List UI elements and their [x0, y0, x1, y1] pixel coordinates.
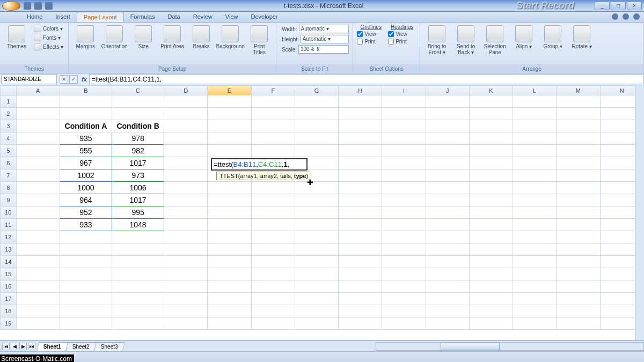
cell-B18[interactable]: [60, 305, 112, 317]
cell-L14[interactable]: [513, 256, 557, 268]
cell-F1[interactable]: [251, 95, 295, 108]
cell-J3[interactable]: [426, 120, 469, 132]
spreadsheet-grid[interactable]: ABCDEFGHIJKLMN123Condition ACondition B4…: [0, 85, 644, 330]
cell-J7[interactable]: [426, 169, 469, 182]
cell-D6[interactable]: [164, 157, 208, 169]
cell-M8[interactable]: [557, 182, 600, 194]
cell-J1[interactable]: [426, 95, 469, 108]
cell-B7[interactable]: 1002: [60, 169, 112, 182]
cell-H5[interactable]: [339, 145, 382, 157]
cell-H16[interactable]: [339, 280, 382, 293]
col-header-J[interactable]: J: [426, 86, 469, 95]
cell-D10[interactable]: [164, 206, 208, 219]
worksheet-area[interactable]: ABCDEFGHIJKLMN123Condition ACondition B4…: [0, 85, 644, 340]
cell-F18[interactable]: [251, 305, 295, 317]
col-header-G[interactable]: G: [295, 86, 338, 95]
cell-K14[interactable]: [469, 256, 513, 268]
cell-H4[interactable]: [339, 132, 382, 145]
row-header-14[interactable]: 14: [1, 256, 17, 268]
cell-I18[interactable]: [382, 305, 426, 317]
fx-icon[interactable]: fx: [79, 76, 89, 83]
col-header-F[interactable]: F: [251, 86, 295, 95]
gridlines-view-checkbox[interactable]: View: [356, 31, 385, 38]
col-header-E[interactable]: E: [208, 86, 251, 95]
headings-view-checkbox[interactable]: View: [387, 31, 416, 38]
close-button[interactable]: ×: [627, 2, 642, 10]
cell-K11[interactable]: [469, 219, 513, 231]
row-header-1[interactable]: 1: [1, 95, 17, 108]
cell-K12[interactable]: [469, 231, 513, 243]
cell-D7[interactable]: [164, 169, 208, 182]
cell-L3[interactable]: [513, 120, 557, 132]
cell-D11[interactable]: [164, 219, 208, 231]
cell-G16[interactable]: [295, 280, 338, 293]
cell-D2[interactable]: [164, 108, 208, 120]
gridlines-print-checkbox[interactable]: Print: [356, 38, 385, 45]
margins-button[interactable]: Margins: [72, 24, 99, 50]
tab-review[interactable]: Review: [187, 12, 219, 22]
cell-I12[interactable]: [382, 231, 426, 243]
cell-M9[interactable]: [557, 194, 600, 206]
cell-A5[interactable]: [16, 145, 60, 157]
function-tooltip[interactable]: TTEST(array1, array2, tails, type): [216, 172, 311, 180]
cell-F4[interactable]: [251, 132, 295, 145]
cell-L18[interactable]: [513, 305, 557, 317]
cell-K7[interactable]: [469, 169, 513, 182]
cell-B13[interactable]: [60, 243, 112, 256]
cell-M12[interactable]: [557, 231, 600, 243]
cell-M4[interactable]: [557, 132, 600, 145]
cell-L6[interactable]: [513, 157, 557, 169]
cell-F17[interactable]: [251, 293, 295, 305]
themes-button[interactable]: Themes: [3, 24, 30, 50]
minimize-ribbon-icon[interactable]: [623, 13, 629, 20]
cell-A12[interactable]: [16, 231, 60, 243]
cell-G5[interactable]: [295, 145, 338, 157]
vertical-scrollbar[interactable]: [635, 85, 644, 340]
cell-I5[interactable]: [382, 145, 426, 157]
cell-I17[interactable]: [382, 293, 426, 305]
cell-E12[interactable]: [208, 231, 251, 243]
cell-J18[interactable]: [426, 305, 469, 317]
col-header-B[interactable]: B: [60, 86, 112, 95]
row-header-4[interactable]: 4: [1, 132, 17, 145]
cell-B6[interactable]: 967: [60, 157, 112, 169]
tab-formulas[interactable]: Formulas: [124, 12, 162, 22]
cell-J5[interactable]: [426, 145, 469, 157]
cell-I19[interactable]: [382, 317, 426, 330]
cell-A9[interactable]: [16, 194, 60, 206]
cell-A3[interactable]: [16, 120, 60, 132]
cell-H11[interactable]: [339, 219, 382, 231]
cell-J12[interactable]: [426, 231, 469, 243]
cell-J6[interactable]: [426, 157, 469, 169]
tab-data[interactable]: Data: [161, 12, 186, 22]
cell-A1[interactable]: [16, 95, 60, 108]
cell-M5[interactable]: [557, 145, 600, 157]
tab-insert[interactable]: Insert: [49, 12, 77, 22]
cell-J19[interactable]: [426, 317, 469, 330]
col-header-D[interactable]: D: [164, 86, 208, 95]
rotate-button[interactable]: Rotate ▾: [568, 24, 595, 50]
group-button[interactable]: Group ▾: [539, 24, 566, 50]
cell-B10[interactable]: 952: [60, 206, 112, 219]
fonts-button[interactable]: Fonts ▾: [32, 33, 65, 42]
cell-K9[interactable]: [469, 194, 513, 206]
cell-B12[interactable]: [60, 231, 112, 243]
cell-D17[interactable]: [164, 293, 208, 305]
sheet-nav-prev[interactable]: ◀: [11, 343, 18, 350]
row-header-19[interactable]: 19: [1, 317, 17, 330]
cell-L5[interactable]: [513, 145, 557, 157]
cell-B1[interactable]: [60, 95, 112, 108]
cell-J9[interactable]: [426, 194, 469, 206]
cell-K15[interactable]: [469, 268, 513, 280]
cell-B8[interactable]: 1000: [60, 182, 112, 194]
cell-K16[interactable]: [469, 280, 513, 293]
cancel-formula-icon[interactable]: ✕: [60, 75, 68, 84]
cell-C17[interactable]: [112, 293, 164, 305]
office-button[interactable]: [2, 1, 20, 11]
cell-M16[interactable]: [557, 280, 600, 293]
cell-E3[interactable]: [208, 120, 251, 132]
cell-E9[interactable]: [208, 194, 251, 206]
cell-H12[interactable]: [339, 231, 382, 243]
cell-H1[interactable]: [339, 95, 382, 108]
cell-B2[interactable]: [60, 108, 112, 120]
